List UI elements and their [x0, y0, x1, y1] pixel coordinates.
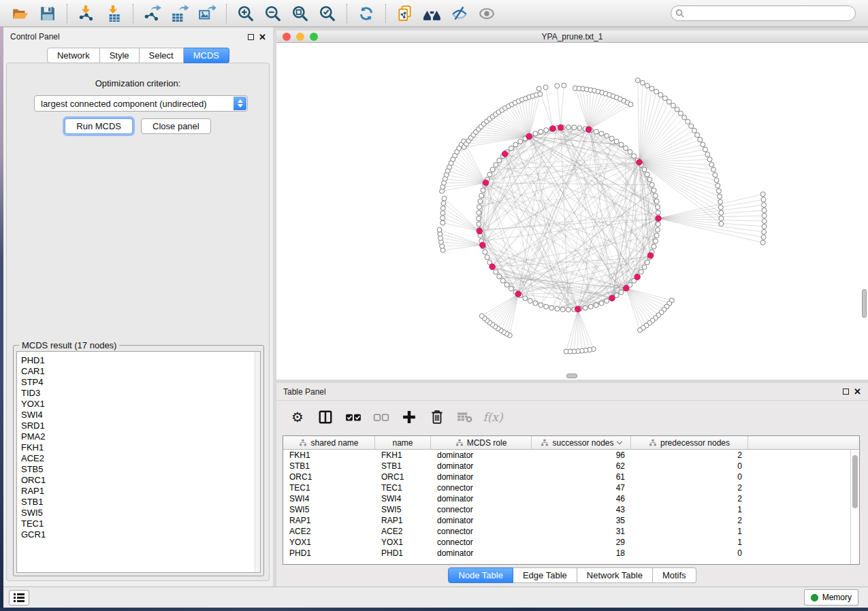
- table-row[interactable]: ORC1ORC1dominator610: [283, 472, 859, 482]
- mcds-result-item[interactable]: PHD1: [17, 355, 260, 366]
- column-header-shared_name[interactable]: shared name: [283, 436, 375, 449]
- task-history-button[interactable]: [9, 590, 29, 606]
- cell-shared_name: ORC1: [283, 472, 375, 482]
- network-canvas[interactable]: [276, 43, 868, 380]
- cell-predecessor_nodes: 0: [631, 461, 748, 472]
- column-header-filler: [748, 436, 859, 449]
- column-header-mcds_role[interactable]: MCDS role: [431, 436, 532, 449]
- mcds-result-item[interactable]: CAR1: [17, 366, 260, 377]
- mcds-result-item[interactable]: GCR1: [17, 529, 260, 540]
- export-image-icon[interactable]: [195, 3, 219, 24]
- network-graph[interactable]: [276, 43, 868, 380]
- table-row[interactable]: TEC1TEC1connector472: [283, 482, 859, 493]
- mcds-list-scrollbar[interactable]: [255, 352, 260, 572]
- mcds-result-item[interactable]: PMA2: [17, 431, 260, 442]
- settings-gear-icon[interactable]: ⚙: [289, 408, 306, 426]
- mcds-result-item[interactable]: ACE2: [17, 453, 260, 464]
- zoom-in-icon[interactable]: [234, 3, 257, 24]
- eye-icon[interactable]: [475, 3, 498, 24]
- delete-icon[interactable]: [428, 408, 446, 426]
- mcds-result-box: MCDS result (17 nodes) PHD1CAR1STP4TID3Y…: [13, 345, 264, 576]
- criterion-dropdown[interactable]: largest connected component (undirected): [34, 95, 248, 112]
- tab-network-table[interactable]: Network Table: [577, 567, 653, 583]
- cell-predecessor_nodes: 2: [631, 515, 748, 526]
- mcds-result-title: MCDS result (17 nodes): [19, 340, 119, 350]
- table-scrollbar-thumb[interactable]: [852, 455, 858, 508]
- cell-successor_nodes: 61: [532, 472, 631, 482]
- save-session-icon[interactable]: [36, 3, 59, 24]
- cell-name: ACE2: [375, 526, 431, 537]
- tab-motifs[interactable]: Motifs: [653, 567, 696, 583]
- float-panel-icon[interactable]: [248, 34, 254, 40]
- zoom-fit-icon[interactable]: [289, 3, 312, 24]
- tab-node-table[interactable]: Node Table: [448, 567, 513, 583]
- column-header-predecessor_nodes[interactable]: predecessor nodes: [631, 436, 748, 449]
- binoculars-icon[interactable]: [421, 3, 444, 24]
- tab-network[interactable]: Network: [47, 48, 100, 63]
- mcds-result-list[interactable]: PHD1CAR1STP4TID3YOX1SWI4SRD1PMA2FKH1ACE2…: [16, 351, 261, 573]
- toolbar-separator: [385, 4, 386, 23]
- cell-mcds_role: dominator: [431, 461, 532, 472]
- canvas-hscroll-thumb[interactable]: [566, 374, 577, 378]
- split-columns-icon[interactable]: [317, 408, 334, 426]
- sort-desc-icon: [616, 439, 622, 444]
- column-header-successor_nodes[interactable]: successor nodes: [532, 436, 631, 449]
- export-network-icon[interactable]: [141, 3, 164, 24]
- cell-predecessor_nodes: 1: [631, 504, 748, 515]
- mcds-result-item[interactable]: FKH1: [17, 442, 260, 453]
- memory-button[interactable]: Memory: [804, 589, 858, 606]
- export-table-icon[interactable]: [168, 3, 191, 24]
- table-row[interactable]: PHD1PHD1dominator180: [283, 548, 859, 559]
- mcds-result-item[interactable]: SWI4: [17, 410, 260, 420]
- toolbar-separator: [133, 4, 133, 23]
- column-label: predecessor nodes: [660, 438, 730, 448]
- import-network-icon[interactable]: [75, 3, 98, 24]
- table-row[interactable]: SWI4SWI4dominator462: [283, 493, 859, 504]
- mcds-result-item[interactable]: STB1: [17, 497, 260, 508]
- table-row[interactable]: RAP1RAP1dominator352: [283, 515, 859, 526]
- refresh-layout-icon[interactable]: [355, 3, 378, 24]
- tab-edge-table[interactable]: Edge Table: [513, 567, 577, 583]
- zoom-out-icon[interactable]: [261, 3, 285, 24]
- table-row[interactable]: SWI5SWI5connector431: [283, 504, 859, 515]
- table-row[interactable]: ACE2ACE2connector311: [283, 526, 859, 537]
- close-panel-button[interactable]: Close panel: [141, 118, 211, 134]
- float-table-panel-icon[interactable]: [843, 389, 849, 395]
- deselect-all-icon[interactable]: [372, 408, 390, 426]
- table-row[interactable]: YOX1YOX1connector291: [283, 537, 859, 548]
- clone-network-icon[interactable]: [393, 3, 417, 24]
- import-table-icon[interactable]: [102, 3, 125, 24]
- open-session-icon[interactable]: [9, 3, 32, 24]
- table-row[interactable]: STB1STB1dominator620: [283, 461, 859, 472]
- search-input[interactable]: [671, 5, 856, 21]
- select-all-icon[interactable]: [344, 408, 362, 426]
- mcds-result-item[interactable]: YOX1: [17, 399, 260, 410]
- mcds-result-item[interactable]: STB5: [17, 464, 260, 475]
- canvas-vscroll-thumb[interactable]: [862, 289, 867, 318]
- tab-mcds[interactable]: MCDS: [184, 48, 229, 63]
- hide-items-icon[interactable]: [448, 3, 471, 24]
- column-header-name[interactable]: name: [375, 436, 431, 449]
- cell-predecessor_nodes: 1: [631, 537, 748, 548]
- mcds-result-item[interactable]: STP4: [17, 377, 260, 388]
- run-mcds-button[interactable]: Run MCDS: [65, 118, 133, 134]
- mcds-result-item[interactable]: SWI5: [17, 508, 260, 518]
- cell-mcds_role: dominator: [431, 548, 532, 559]
- mcds-result-item[interactable]: SRD1: [17, 420, 260, 431]
- close-table-panel-icon[interactable]: ✕: [854, 389, 861, 395]
- mcds-result-item[interactable]: TID3: [17, 388, 260, 399]
- add-column-icon[interactable]: [400, 408, 418, 426]
- cell-name: PHD1: [375, 548, 431, 559]
- tab-style[interactable]: Style: [100, 48, 140, 63]
- cell-mcds_role: connector: [431, 537, 532, 548]
- zoom-selected-icon[interactable]: [316, 3, 339, 24]
- table-row[interactable]: FKH1FKH1dominator962: [283, 450, 859, 461]
- mcds-result-item[interactable]: ORC1: [17, 475, 260, 486]
- close-panel-icon[interactable]: ✕: [259, 34, 266, 40]
- table-scrollbar[interactable]: [850, 450, 859, 564]
- dropdown-stepper-icon: [234, 97, 246, 110]
- tab-select[interactable]: Select: [140, 48, 184, 63]
- mcds-result-item[interactable]: TEC1: [17, 518, 260, 529]
- network-window-titlebar[interactable]: YPA_prune.txt_1: [276, 31, 868, 43]
- mcds-result-item[interactable]: RAP1: [17, 486, 260, 497]
